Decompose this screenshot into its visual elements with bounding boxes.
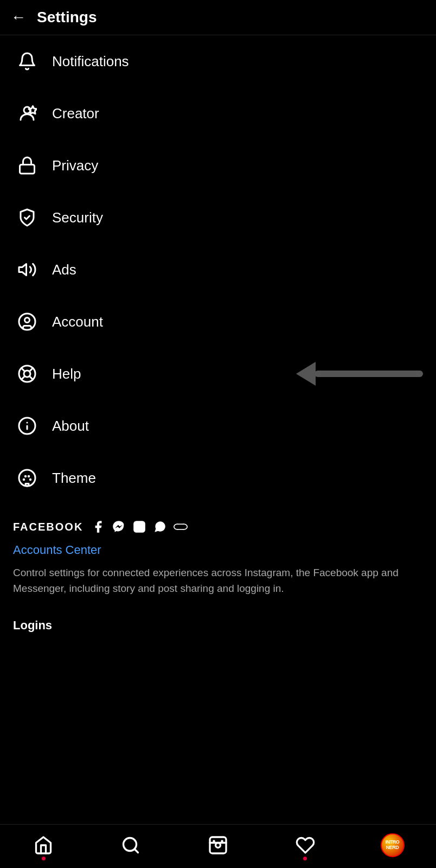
- settings-menu: Notifications Creator Privacy: [0, 35, 436, 504]
- svg-point-16: [23, 478, 25, 481]
- svg-marker-3: [19, 264, 27, 276]
- svg-rect-25: [177, 524, 184, 529]
- instagram-icon: [132, 519, 147, 534]
- menu-item-creator[interactable]: Creator: [0, 87, 436, 139]
- home-icon: [31, 833, 55, 857]
- whatsapp-icon: [152, 519, 168, 534]
- user-circle-icon: [13, 308, 41, 336]
- menu-item-account[interactable]: Account: [0, 296, 436, 348]
- about-label: About: [52, 418, 89, 435]
- theme-label: Theme: [52, 470, 96, 487]
- menu-item-theme[interactable]: Theme: [0, 452, 436, 504]
- nav-search[interactable]: [119, 833, 143, 857]
- svg-point-18: [28, 475, 30, 478]
- header: ← Settings: [0, 0, 436, 35]
- megaphone-icon: [13, 256, 41, 284]
- palette-icon: [13, 464, 41, 492]
- svg-line-9: [29, 376, 33, 379]
- svg-line-11: [21, 376, 24, 379]
- lifebuoy-icon: [13, 360, 41, 388]
- messenger-icon: [111, 519, 126, 534]
- facebook-description: Control settings for connected experienc…: [13, 565, 423, 597]
- account-label: Account: [52, 314, 103, 330]
- svg-point-5: [25, 318, 30, 323]
- home-active-dot: [42, 857, 46, 860]
- creator-label: Creator: [52, 105, 99, 122]
- logins-section: Logins: [0, 603, 436, 639]
- bottom-navigation: INTRONERD: [0, 824, 436, 868]
- facebook-label: FACEBOOK: [13, 521, 83, 533]
- reels-icon: [206, 833, 230, 857]
- nav-home[interactable]: [31, 833, 55, 857]
- facebook-icon: [91, 519, 106, 534]
- svg-line-10: [29, 368, 33, 371]
- info-circle-icon: [13, 412, 41, 440]
- menu-item-help[interactable]: Help: [0, 348, 436, 400]
- notifications-label: Notifications: [52, 53, 129, 70]
- svg-rect-30: [210, 837, 226, 853]
- svg-point-19: [29, 478, 32, 481]
- content-area: Notifications Creator Privacy: [0, 35, 436, 693]
- security-label: Security: [52, 209, 103, 226]
- back-button[interactable]: ←: [11, 9, 26, 26]
- shield-icon: [13, 203, 41, 232]
- facebook-section: FACEBOOK: [0, 504, 436, 603]
- menu-item-privacy[interactable]: Privacy: [0, 139, 436, 192]
- lock-icon: [13, 151, 41, 180]
- arrow-annotation: [296, 362, 423, 386]
- nav-profile[interactable]: INTRONERD: [381, 833, 405, 857]
- help-label: Help: [52, 366, 81, 382]
- svg-rect-2: [20, 165, 35, 174]
- ads-label: Ads: [52, 261, 76, 278]
- svg-point-17: [24, 475, 27, 478]
- accounts-center-link[interactable]: Accounts Center: [13, 543, 423, 557]
- nav-reels[interactable]: [206, 833, 230, 857]
- creator-icon: [13, 99, 41, 127]
- search-icon: [119, 833, 143, 857]
- svg-marker-1: [29, 106, 37, 114]
- page-title: Settings: [37, 9, 97, 26]
- nav-activity[interactable]: [293, 833, 317, 857]
- activity-active-dot: [303, 857, 307, 860]
- profile-avatar: INTRONERD: [381, 833, 405, 857]
- bell-icon: [13, 47, 41, 75]
- svg-line-8: [21, 368, 24, 371]
- heart-icon: [293, 833, 317, 857]
- meta-icon: [173, 519, 188, 534]
- svg-point-22: [142, 523, 143, 524]
- menu-item-notifications[interactable]: Notifications: [0, 35, 436, 87]
- svg-point-21: [137, 525, 142, 529]
- menu-item-security[interactable]: Security: [0, 192, 436, 244]
- privacy-label: Privacy: [52, 157, 98, 174]
- svg-line-29: [134, 849, 138, 853]
- logins-title: Logins: [13, 618, 52, 632]
- facebook-social-icons: [91, 519, 188, 534]
- facebook-header: FACEBOOK: [13, 519, 423, 534]
- menu-item-ads[interactable]: Ads: [0, 244, 436, 296]
- menu-item-about[interactable]: About: [0, 400, 436, 452]
